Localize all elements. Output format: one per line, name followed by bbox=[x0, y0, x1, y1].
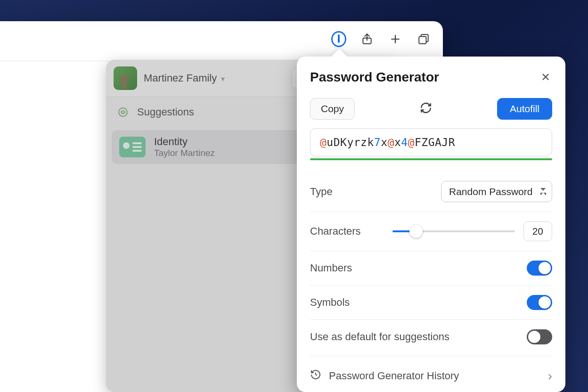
refresh-icon bbox=[420, 102, 432, 114]
svg-point-3 bbox=[119, 108, 127, 116]
share-icon[interactable] bbox=[359, 32, 375, 47]
characters-slider[interactable] bbox=[392, 225, 515, 238]
copy-button[interactable]: Copy bbox=[310, 98, 355, 120]
strength-bar bbox=[310, 158, 552, 160]
default-label: Use as default for suggestions bbox=[310, 331, 449, 343]
close-icon: ✕ bbox=[541, 71, 550, 83]
symbols-toggle[interactable] bbox=[527, 295, 552, 310]
browser-toolbar bbox=[0, 21, 443, 61]
row-default: Use as default for suggestions bbox=[310, 320, 552, 354]
chevron-down-icon: ▾ bbox=[221, 75, 225, 83]
row-numbers: Numbers bbox=[310, 251, 552, 286]
panel-title: Password Generator bbox=[310, 70, 439, 85]
history-label: Password Generator History bbox=[329, 370, 459, 382]
account-switcher[interactable]: Martinez Family ▾ bbox=[144, 72, 225, 84]
item-title: Identity bbox=[154, 136, 215, 148]
tabs-icon[interactable] bbox=[416, 32, 431, 47]
type-label: Type bbox=[310, 186, 333, 198]
type-select[interactable]: Random Password bbox=[441, 181, 552, 202]
row-characters: Characters 20 bbox=[310, 212, 552, 251]
item-subtitle: Taylor Martinez bbox=[154, 148, 215, 158]
account-name: Martinez Family bbox=[144, 72, 217, 84]
characters-value[interactable]: 20 bbox=[523, 221, 552, 241]
identity-card-icon bbox=[119, 137, 146, 157]
default-toggle[interactable] bbox=[527, 329, 552, 344]
autofill-button[interactable]: Autofill bbox=[497, 98, 552, 120]
password-generator-panel: Password Generator ✕ Copy Autofill @uDKy… bbox=[297, 57, 565, 392]
history-button[interactable]: Password Generator History › bbox=[310, 356, 552, 384]
row-symbols: Symbols bbox=[310, 286, 552, 320]
1password-extension-icon[interactable] bbox=[331, 32, 346, 47]
chevron-right-icon: › bbox=[548, 368, 552, 384]
symbols-label: Symbols bbox=[310, 296, 350, 309]
close-button[interactable]: ✕ bbox=[539, 71, 552, 84]
account-avatar[interactable] bbox=[114, 66, 137, 90]
numbers-toggle[interactable] bbox=[527, 261, 552, 276]
generated-password[interactable]: @uDKyrzk7x@x4@FZGAJR bbox=[310, 128, 552, 156]
history-icon bbox=[310, 369, 321, 383]
regenerate-button[interactable] bbox=[420, 102, 432, 116]
plus-icon[interactable] bbox=[388, 32, 403, 47]
row-type: Type Random Password bbox=[310, 172, 552, 212]
numbers-label: Numbers bbox=[310, 262, 352, 274]
section-label: Suggestions bbox=[137, 106, 194, 118]
svg-rect-1 bbox=[419, 37, 426, 44]
suggestions-icon bbox=[117, 106, 129, 118]
characters-label: Characters bbox=[310, 225, 361, 237]
